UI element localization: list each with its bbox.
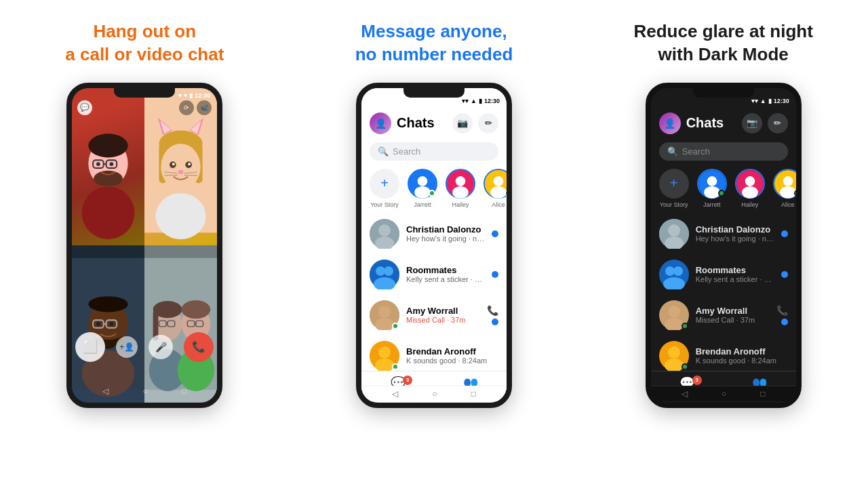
add-person-button[interactable]: +👤 — [116, 336, 138, 358]
nav-back-2[interactable]: ◁ — [392, 389, 398, 399]
video-icon[interactable]: 📹 — [197, 100, 212, 115]
panel-chats-light: Message anyone, no number needed ▾▾ ▲ ▮ … — [290, 0, 579, 488]
story-hailey-dark[interactable]: Hailey — [735, 169, 765, 208]
call-icon-amy: 📞 — [487, 305, 498, 316]
nav-recent-2[interactable]: □ — [471, 389, 476, 399]
online-dot-alice-dark — [794, 190, 796, 197]
phone-screen-3: ▾▾ ▲ ▮ 12:30 👤 Chats 📷 ✏ 🔍 Search — [651, 88, 796, 403]
story-alice-light[interactable]: Alice — [484, 169, 507, 208]
add-story-btn-light[interactable]: + — [370, 169, 399, 199]
chat-info-roommates: Roommates Kelly sent a sticker · 9m — [406, 265, 485, 283]
nav-recent-1[interactable]: □ — [182, 386, 186, 396]
svg-point-10 — [156, 193, 206, 239]
chat-info-amy: Amy Worrall Missed Call · 37m — [406, 306, 480, 324]
online-dot-amy-dark — [682, 323, 688, 329]
status-icons-3: ▾▾ ▲ ▮ 12:30 — [751, 98, 789, 104]
chat-name-roommates: Roommates — [406, 265, 485, 275]
chat-item-christian[interactable]: Christian Dalonzo Hey how's it going · n… — [361, 214, 507, 254]
svg-point-98 — [668, 306, 680, 318]
chat-preview-amy-dark: Missed Call · 37m — [696, 316, 770, 324]
chat-preview-roommates: Kelly sent a sticker · 9m — [406, 275, 485, 283]
story-alice-dark[interactable]: Alice — [773, 169, 796, 208]
chat-item-brendan-dark[interactable]: Brendan Aronoff K sounds good · 8:24am — [651, 336, 796, 371]
search-bar-dark[interactable]: 🔍 Search — [659, 142, 788, 161]
phone-frame-1: ▾ ▾ ▮ 12:30 💬 ⟳ 📹 ⬜ +👤 🎤 📞 — [66, 83, 222, 408]
your-story-light[interactable]: + Your Story — [370, 169, 399, 208]
svg-point-80 — [704, 186, 720, 198]
nav-back-1[interactable]: ◁ — [102, 386, 108, 396]
search-placeholder-dark: Search — [682, 146, 710, 157]
nav-home-2[interactable]: ○ — [432, 389, 437, 399]
nav-back-3[interactable]: ◁ — [682, 389, 688, 399]
chat-item-brendan[interactable]: Brendan Aronoff K sounds good · 8:24am — [361, 336, 507, 371]
panel-dark-mode: Reduce glare at night with Dark Mode ▾▾ … — [578, 0, 868, 488]
nav-recent-3[interactable]: □ — [760, 389, 765, 399]
edit-btn-light[interactable]: ✏ — [478, 113, 498, 134]
camera-btn-light[interactable]: 📷 — [452, 113, 473, 134]
online-dot-jarrett-dark — [718, 190, 725, 197]
chat-preview-amy: Missed Call · 37m — [406, 316, 480, 324]
story-avatar-alice-light — [484, 169, 507, 199]
unread-dot-amy-dark — [781, 319, 788, 325]
svg-point-8 — [110, 162, 114, 166]
svg-point-2 — [89, 134, 128, 157]
story-avatar-hailey-light — [446, 169, 475, 199]
chat-item-christian-dark[interactable]: Christian Dalonzo Hey how's it going · n… — [651, 214, 796, 254]
story-label-hailey-dark: Hailey — [741, 201, 758, 208]
camera-btn-dark[interactable]: 📷 — [742, 113, 762, 134]
svg-point-3 — [94, 170, 123, 186]
chat-item-roommates[interactable]: Roommates Kelly sent a sticker · 9m — [361, 254, 507, 295]
story-avatar-jarrett-dark — [697, 169, 727, 199]
chat-name-amy: Amy Worrall — [406, 306, 480, 316]
chat-item-amy[interactable]: Amy Worrall Missed Call · 37m 📞 — [361, 295, 507, 336]
end-call-button[interactable]: 📞 — [184, 332, 214, 362]
user-avatar-dark[interactable]: 👤 — [659, 113, 681, 134]
blur-button[interactable]: ⬜ — [75, 332, 105, 362]
nav-home-3[interactable]: ○ — [722, 389, 726, 399]
svg-point-36 — [110, 322, 114, 326]
svg-point-19 — [178, 169, 184, 174]
svg-point-83 — [742, 186, 758, 198]
search-placeholder-light: Search — [393, 146, 420, 157]
phone-frame-2: ▾▾ ▲ ▮ 12:30 👤 Chats 📷 ✏ 🔍 Search — [356, 83, 512, 408]
panel-video-call: Hang out on a call or video chat — [0, 0, 290, 488]
story-jarrett-light[interactable]: Jarrett — [408, 169, 437, 208]
chat-item-amy-dark[interactable]: Amy Worrall Missed Call · 37m 📞 — [651, 295, 796, 336]
svg-point-67 — [376, 266, 385, 276]
mute-button[interactable]: 🎤 — [149, 335, 173, 359]
svg-point-94 — [665, 266, 675, 276]
phone-bottom-bar-1: ◁ ○ □ — [72, 386, 217, 396]
your-story-label-dark: Your Story — [660, 201, 688, 208]
chat-name-christian: Christian Dalonzo — [406, 224, 485, 235]
chat-item-roommates-dark[interactable]: Roommates Kelly sent a sticker · 9m — [651, 254, 796, 295]
chat-meta-amy: 📞 — [487, 305, 498, 325]
svg-point-68 — [384, 266, 393, 276]
nav-home-1[interactable]: ○ — [143, 386, 148, 396]
time-3: 12:30 — [774, 98, 789, 104]
phone-screen-1: ▾ ▾ ▮ 12:30 💬 ⟳ 📹 ⬜ +👤 🎤 📞 — [72, 88, 217, 403]
user-avatar-light[interactable]: 👤 — [370, 113, 391, 134]
online-dot-brendan-dark — [682, 363, 688, 370]
svg-point-7 — [96, 162, 100, 166]
svg-point-26 — [172, 163, 175, 165]
svg-point-71 — [378, 306, 391, 318]
search-bar-light[interactable]: 🔍 Search — [370, 142, 498, 161]
time-2: 12:30 — [484, 98, 500, 104]
chats-badge-dark: 3 — [692, 375, 702, 385]
edit-btn-dark[interactable]: ✏ — [768, 113, 788, 134]
chat-bubble-icon[interactable]: 💬 — [77, 100, 92, 115]
add-story-btn-dark[interactable]: + — [659, 169, 689, 199]
svg-point-31 — [89, 296, 128, 312]
story-hailey-light[interactable]: Hailey — [446, 169, 475, 208]
status-icons-2: ▾▾ ▲ ▮ 12:30 — [462, 98, 500, 104]
online-indicator-jarrett — [429, 190, 435, 197]
story-jarrett-dark[interactable]: Jarrett — [697, 169, 727, 208]
phone-bottom-bar-2: ◁ ○ □ — [361, 386, 507, 401]
panel2-title: Message anyone, no number needed — [355, 20, 513, 66]
your-story-dark[interactable]: + Your Story — [659, 169, 689, 208]
phone-notch-3 — [693, 88, 754, 98]
story-avatar-alice-dark — [773, 169, 796, 199]
signal-icon-3: ▾▾ — [751, 98, 758, 104]
camera-flip-icon[interactable]: ⟳ — [179, 100, 194, 115]
story-avatar-jarrett-light — [408, 169, 437, 199]
